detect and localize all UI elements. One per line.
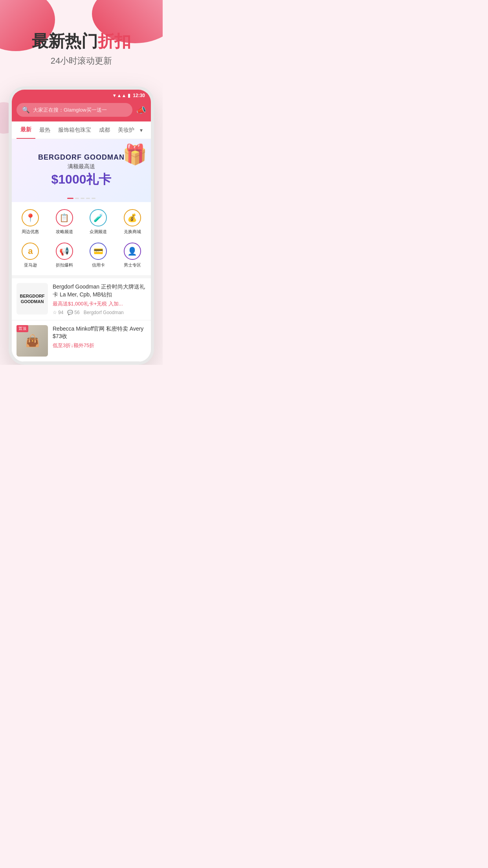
article-bergdorf[interactable]: BERGDORFGOODMAN Bergdorf Goodman 正价时尚大牌送… xyxy=(12,278,151,320)
banner-decoration: 🎁 xyxy=(123,143,147,166)
article-content-bergdorf: Bergdorf Goodman 正价时尚大牌送礼卡 La Mer, Cpb, … xyxy=(53,283,146,315)
article-image-bergdorf: BERGDORFGOODMAN xyxy=(17,283,48,314)
comments-count: 💬 56 xyxy=(67,310,79,315)
source-name: Bergdorf Goodman xyxy=(84,310,124,315)
tab-city[interactable]: 成都 xyxy=(95,122,114,138)
search-text: 大家正在搜：Glamglow买一送一 xyxy=(33,107,107,114)
icon-test[interactable]: 🧪 众测频道 xyxy=(83,207,114,237)
battery-icon: ▮ xyxy=(128,93,130,98)
deals-label: 折扣爆料 xyxy=(56,262,73,268)
nearby-icon: 📍 xyxy=(22,209,39,226)
tab-beauty[interactable]: 美妆护 xyxy=(114,122,138,138)
nav-tabs: 最新 最热 服饰箱包珠宝 成都 美妆护 ▾ xyxy=(12,121,151,139)
amazon-icon: a xyxy=(22,243,39,260)
article-title-rebecca: Rebecca Minkoff官网 私密特卖 Avery $73收 xyxy=(53,325,146,340)
hero-title-main: 最新热门 xyxy=(32,32,98,50)
article-subtitle-rebecca: 低至3折↓额外75折 xyxy=(53,342,146,349)
tab-fashion[interactable]: 服饰箱包珠宝 xyxy=(54,122,95,138)
men-label: 男士专区 xyxy=(124,262,141,268)
banner-dot-1 xyxy=(67,198,73,199)
icon-deals[interactable]: 📢 折扣爆料 xyxy=(49,240,80,270)
article-subtitle-bergdorf: 最高送$1,000礼卡+无税 入加... xyxy=(53,300,146,307)
star-icon: ☆ xyxy=(53,310,57,315)
tab-hot[interactable]: 最热 xyxy=(35,122,54,138)
search-bar[interactable]: 🔍 大家正在搜：Glamglow买一送一 xyxy=(17,103,132,117)
article-meta-bergdorf: ☆ 94 💬 56 Bergdorf Goodman xyxy=(53,310,146,315)
tab-latest[interactable]: 最新 xyxy=(17,121,35,139)
phone-mockup: ▾ ▲▲ ▮ 12:30 🔍 大家正在搜：Glamglow买一送一 📣 最新 最… xyxy=(9,86,154,364)
icon-guide[interactable]: 📋 攻略频道 xyxy=(49,207,80,237)
status-icons: ▾ ▲▲ ▮ xyxy=(113,93,131,98)
search-icon: 🔍 xyxy=(22,106,30,114)
banner-dot-2 xyxy=(75,198,79,199)
comment-icon: 💬 xyxy=(67,310,73,315)
nav-dropdown[interactable]: ▾ xyxy=(140,127,143,133)
men-icon: 👤 xyxy=(124,243,141,260)
hero-title-highlight: 折扣 xyxy=(98,32,131,50)
article-title-bergdorf: Bergdorf Goodman 正价时尚大牌送礼卡 La Mer, Cpb, … xyxy=(53,283,146,298)
search-container: 🔍 大家正在搜：Glamglow买一送一 📣 xyxy=(12,100,151,121)
hero-subtitle: 24小时滚动更新 xyxy=(8,55,155,67)
banner[interactable]: BERGDORF GOODMAN 满额最高送 $1000礼卡 🎁 xyxy=(12,139,151,202)
nearby-label: 周边优惠 xyxy=(22,229,39,235)
pinned-badge: 置顶 xyxy=(17,325,28,332)
banner-dot-5 xyxy=(92,198,95,199)
hero-title: 最新热门折扣 xyxy=(8,31,155,51)
time-display: 12:30 xyxy=(133,93,145,98)
article-content-rebecca: Rebecca Minkoff官网 私密特卖 Avery $73收 低至3折↓额… xyxy=(53,325,146,357)
announce-icon[interactable]: 📣 xyxy=(136,105,146,115)
exchange-label: 兑换商城 xyxy=(124,229,141,235)
icon-amazon[interactable]: a 亚马逊 xyxy=(15,240,46,270)
icon-exchange[interactable]: 💰 兑换商城 xyxy=(117,207,148,237)
banner-dots xyxy=(67,198,95,199)
banner-content: BERGDORF GOODMAN 满额最高送 $1000礼卡 xyxy=(38,153,125,188)
credit-label: 信用卡 xyxy=(92,262,105,268)
banner-dot-4 xyxy=(86,198,90,199)
banner-amount: $1000礼卡 xyxy=(38,171,125,188)
deals-icon: 📢 xyxy=(56,243,73,260)
status-bar: ▾ ▲▲ ▮ 12:30 xyxy=(12,90,151,100)
section-divider xyxy=(12,275,151,278)
stars-count: ☆ 94 xyxy=(53,310,63,315)
article-image-wrapper-rebecca: 👜 置顶 xyxy=(17,325,48,357)
guide-label: 攻略频道 xyxy=(56,229,73,235)
icon-grid: 📍 周边优惠 📋 攻略频道 🧪 众测频道 💰 兑换商城 a 亚马逊 📢 xyxy=(12,202,151,275)
amazon-label: 亚马逊 xyxy=(24,262,37,268)
article-rebecca[interactable]: 👜 置顶 Rebecca Minkoff官网 私密特卖 Avery $73收 低… xyxy=(12,320,151,362)
banner-subtitle: 满额最高送 xyxy=(38,163,125,170)
test-label: 众测频道 xyxy=(90,229,107,235)
guide-icon: 📋 xyxy=(56,209,73,226)
icon-men[interactable]: 👤 男士专区 xyxy=(117,240,148,270)
icon-credit[interactable]: 💳 信用卡 xyxy=(83,240,114,270)
icon-nearby[interactable]: 📍 周边优惠 xyxy=(15,207,46,237)
signal-icon: ▲▲ xyxy=(117,93,127,98)
banner-dot-3 xyxy=(81,198,84,199)
phone-container: ▾ ▲▲ ▮ 12:30 🔍 大家正在搜：Glamglow买一送一 📣 最新 最… xyxy=(0,86,163,364)
wifi-icon: ▾ xyxy=(113,93,116,98)
exchange-icon: 💰 xyxy=(124,209,141,226)
bergdorf-brand-text: BERGDORFGOODMAN xyxy=(20,293,45,305)
test-icon: 🧪 xyxy=(90,209,107,226)
hero-section: 最新热门折扣 24小时滚动更新 xyxy=(0,0,163,79)
credit-icon: 💳 xyxy=(90,243,107,260)
banner-brand: BERGDORF GOODMAN xyxy=(38,153,125,162)
